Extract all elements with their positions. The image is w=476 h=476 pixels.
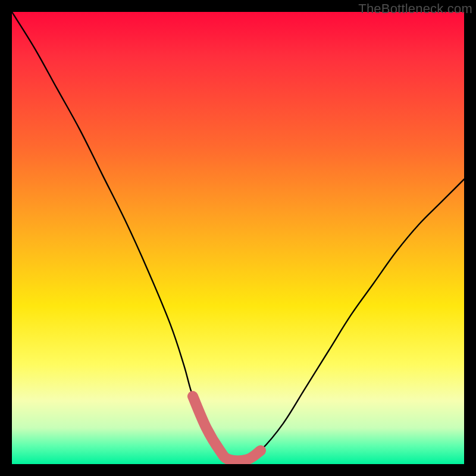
chart-frame: TheBottleneck.com xyxy=(0,0,476,476)
watermark-text: TheBottleneck.com xyxy=(358,1,472,17)
curve-layer xyxy=(12,12,464,464)
plot-area xyxy=(12,12,464,464)
bottleneck-curve xyxy=(12,12,464,461)
optimal-band xyxy=(193,396,261,461)
